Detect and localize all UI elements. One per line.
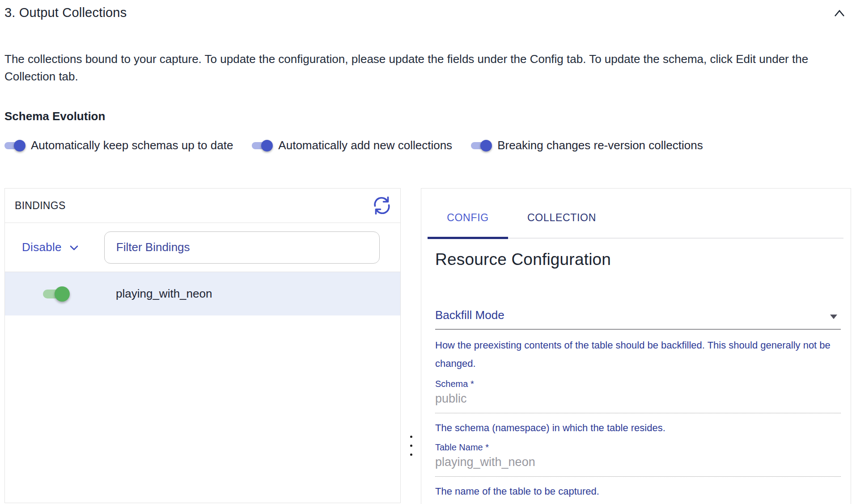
filter-bindings-input[interactable]	[104, 231, 380, 264]
dropdown-arrow-icon	[830, 315, 837, 319]
toggle-keep-schemas: Automatically keep schemas up to date	[4, 139, 233, 152]
bindings-panel: BINDINGS Disable	[4, 188, 401, 503]
toggle-label: Breaking changes re-version collections	[497, 139, 703, 152]
binding-name: playing_with_neon	[116, 287, 212, 301]
output-collections-section: 3. Output Collections The collections bo…	[0, 0, 856, 504]
schema-field-label: Schema *	[435, 379, 841, 389]
tab-collection[interactable]: COLLECTION	[510, 189, 614, 238]
backfill-mode-select[interactable]: Backfill Mode	[435, 308, 841, 330]
schema-field-value: public	[435, 392, 841, 413]
details-tabs: CONFIG COLLECTION	[428, 189, 843, 239]
toggle-add-collections: Automatically add new collections	[252, 139, 452, 152]
binding-row[interactable]: playing_with_neon	[5, 272, 400, 315]
toggle-label: Automatically keep schemas up to date	[31, 139, 233, 152]
table-name-field-label: Table Name *	[435, 442, 841, 453]
toggle-switch[interactable]	[471, 140, 492, 151]
toggle-switch[interactable]	[252, 140, 273, 151]
schema-evolution-heading: Schema Evolution	[4, 109, 848, 123]
section-description: The collections bound to your capture. T…	[4, 50, 809, 85]
details-panel: CONFIG COLLECTION Resource Configuration…	[421, 188, 851, 504]
chevron-up-icon	[833, 13, 846, 20]
resource-configuration-heading: Resource Configuration	[435, 250, 841, 269]
tab-config[interactable]: CONFIG	[428, 189, 508, 238]
binding-enabled-toggle[interactable]	[43, 286, 70, 302]
refresh-icon	[373, 210, 391, 217]
toggle-breaking-changes: Breaking changes re-version collections	[471, 139, 703, 152]
toggle-label: Automatically add new collections	[278, 139, 452, 152]
schema-evolution-toggles: Automatically keep schemas up to date Au…	[4, 139, 848, 152]
table-name-field-description: The name of the table to be captured.	[435, 482, 841, 500]
collapse-section-button[interactable]	[831, 6, 848, 22]
schema-field-description: The schema (namespace) in which the tabl…	[435, 419, 841, 437]
panel-resize-handle[interactable]	[405, 430, 417, 461]
bindings-panel-header: BINDINGS	[5, 189, 400, 223]
bindings-title: BINDINGS	[15, 200, 66, 212]
toggle-switch[interactable]	[4, 140, 25, 151]
config-tab-content: Resource Configuration Backfill Mode How…	[421, 239, 851, 500]
section-header: 3. Output Collections The collections bo…	[4, 5, 848, 152]
section-title: 3. Output Collections	[4, 5, 127, 20]
active-tab-indicator	[428, 237, 508, 239]
bindings-filter-row: Disable	[5, 223, 400, 272]
backfill-mode-value: Backfill Mode	[435, 308, 504, 322]
table-name-field-value: playing_with_neon	[435, 455, 841, 477]
chevron-down-icon	[70, 245, 78, 251]
disable-dropdown-button[interactable]: Disable	[22, 240, 78, 254]
refresh-bindings-button[interactable]	[372, 195, 392, 216]
backfill-mode-description: How the preexisting contents of the tabl…	[435, 336, 841, 373]
